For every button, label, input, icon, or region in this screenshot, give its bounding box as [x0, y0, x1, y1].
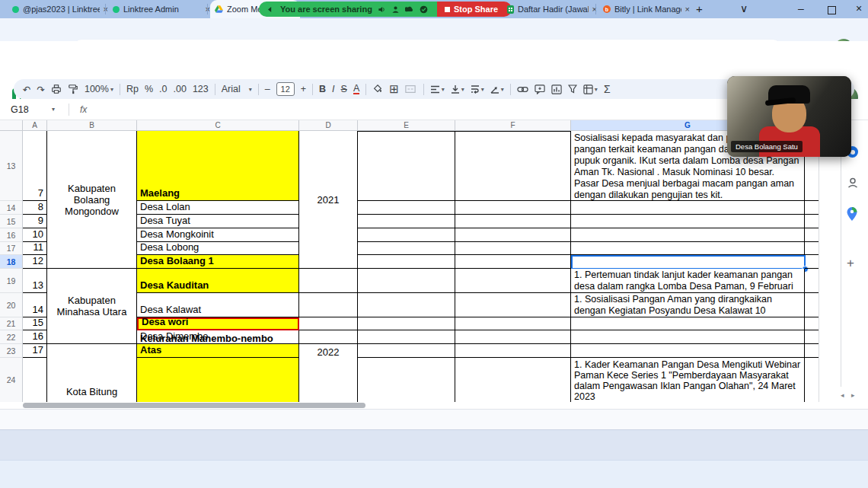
format-currency-button[interactable]: Rp	[126, 84, 139, 94]
cell-A13[interactable]: 7	[23, 131, 47, 201]
cell-A23[interactable]: 17	[23, 344, 47, 358]
cell-A17[interactable]: 11	[23, 242, 47, 255]
col-header-A[interactable]: A	[23, 120, 47, 131]
cell-B13-18-merged[interactable]: Kabupaten Bolaang Mongondow	[47, 131, 137, 269]
cell-B19-22-merged[interactable]: Kabupaten Minahasa Utara	[47, 269, 137, 344]
bold-button[interactable]: B	[319, 84, 326, 94]
cell-C21-red-outline[interactable]: Desa wori	[137, 317, 299, 330]
print-icon[interactable]	[51, 84, 62, 94]
col-header-F[interactable]: F	[455, 120, 571, 131]
window-close-button[interactable]: ×	[856, 2, 862, 14]
select-all-corner[interactable]	[0, 120, 23, 131]
zoom-select[interactable]: 100%▾	[85, 84, 113, 94]
tab-close-icon[interactable]: ×	[685, 5, 690, 14]
zoom-webcam-overlay[interactable]: Desa Bolaang Satu	[727, 76, 851, 157]
browser-tab-2[interactable]: Linktree Admin ×	[108, 0, 215, 18]
borders-icon[interactable]: ⊞	[389, 82, 399, 96]
cell-A21[interactable]: 15	[23, 317, 47, 330]
text-rotation-icon[interactable]: ▾	[490, 85, 504, 94]
cell-D23-24-merged[interactable]: 2022	[299, 344, 358, 402]
browser-tab-1[interactable]: @pjas2023 | Linktree ×	[8, 0, 113, 18]
cell-G17[interactable]	[571, 242, 805, 255]
create-filter-icon[interactable]	[568, 85, 577, 94]
speaker-icon[interactable]	[378, 5, 386, 14]
browser-tab-5[interactable]: b Bitly | Link Managem ×	[598, 0, 694, 18]
pause-share-icon[interactable]	[266, 5, 275, 14]
cloud-icon[interactable]	[405, 5, 414, 13]
person-icon[interactable]	[391, 5, 400, 14]
row-header-23[interactable]: 23	[0, 344, 23, 358]
col-header-C[interactable]: C	[137, 120, 299, 131]
cell-C18[interactable]: Desa Bolaang 1	[137, 255, 299, 269]
browser-tab-4[interactable]: Daftar Hadir (Jawaba ×	[503, 0, 602, 18]
cell-A22[interactable]: 16	[23, 330, 47, 344]
pivot-table-icon[interactable]: ▾	[583, 85, 598, 94]
cell-G20[interactable]: 1. Sosialisasi Pangan Aman yang dirangka…	[571, 293, 805, 317]
col-header-E[interactable]: E	[358, 120, 455, 131]
row-header-16[interactable]: 16	[0, 228, 23, 242]
cell-G24[interactable]: 1. Kader Keamanan Pangan Desa Mengikuti …	[571, 358, 805, 402]
vertical-align-icon[interactable]: ▾	[451, 85, 464, 94]
cell-G16[interactable]	[571, 228, 805, 242]
row-header-24[interactable]: 24	[0, 358, 23, 402]
name-box-caret-icon[interactable]: ▾	[52, 106, 55, 113]
horizontal-scrollbar[interactable]	[23, 403, 365, 408]
fill-color-icon[interactable]	[372, 84, 383, 94]
window-minimize-button[interactable]: –	[798, 2, 804, 14]
row-header-18-selected[interactable]: 18	[0, 255, 23, 269]
row-header-15[interactable]: 15	[0, 215, 23, 228]
format-percent-button[interactable]: %	[145, 84, 153, 94]
tab-search-chevron-icon[interactable]: ∨	[740, 2, 748, 14]
scroll-left-icon[interactable]: ◂	[841, 391, 844, 399]
cell-A16[interactable]: 10	[23, 228, 47, 242]
paint-format-icon[interactable]	[68, 84, 78, 94]
decrease-decimals-button[interactable]: .0	[159, 84, 167, 94]
cell-C19[interactable]: Desa Kauditan	[137, 269, 299, 293]
cell-C13[interactable]: Maelang	[137, 131, 299, 201]
row-header-13[interactable]: 13	[0, 131, 23, 201]
shield-check-icon[interactable]	[420, 5, 428, 14]
cell-D22[interactable]	[299, 330, 358, 344]
cell-C23[interactable]: Kelurahan Manembo-nembo Atas	[137, 344, 299, 358]
functions-sigma-icon[interactable]: Σ	[604, 83, 611, 95]
undo-button[interactable]: ↶	[23, 84, 30, 95]
horizontal-align-icon[interactable]: ▾	[430, 85, 445, 94]
cell-A24[interactable]	[23, 358, 47, 402]
cell-C20[interactable]: Desa Kalawat	[137, 293, 299, 317]
decrease-font-size-button[interactable]: –	[265, 84, 270, 94]
redo-button[interactable]: ↷	[37, 84, 44, 95]
font-size-input[interactable]: 12	[276, 82, 295, 96]
cell-G18-selected[interactable]	[571, 255, 806, 270]
cell-C16[interactable]: Desa Mongkoinit	[137, 228, 299, 242]
cell-C24[interactable]	[137, 358, 299, 402]
cell-C15[interactable]: Desa Tuyat	[137, 215, 299, 228]
scroll-right-icon[interactable]: ▸	[851, 391, 855, 399]
row-header-19[interactable]: 19	[0, 269, 23, 293]
cell-G23[interactable]	[571, 344, 805, 358]
text-wrap-icon[interactable]: ▾	[471, 85, 484, 94]
cell-G22[interactable]	[571, 330, 805, 344]
row-header-22[interactable]: 22	[0, 330, 23, 344]
row-header-20[interactable]: 20	[0, 293, 23, 317]
cell-A18[interactable]: 12	[23, 255, 47, 269]
new-tab-button[interactable]: +	[696, 2, 703, 15]
cell-D20[interactable]	[299, 293, 358, 317]
cell-G19[interactable]: 1. Pertemuan tindak lanjut kader keamana…	[571, 269, 805, 293]
tab-close-icon[interactable]: ×	[592, 5, 597, 14]
row-header-17[interactable]: 17	[0, 242, 23, 255]
row-header-14[interactable]: 14	[0, 201, 23, 215]
col-header-B[interactable]: B	[47, 120, 137, 131]
cell-D13-18-merged[interactable]: 2021	[299, 131, 358, 269]
insert-comment-icon[interactable]	[535, 85, 545, 94]
cell-G15[interactable]	[571, 215, 805, 228]
window-maximize-button[interactable]	[828, 6, 836, 14]
font-select[interactable]: Arial ▾	[222, 84, 252, 94]
cell-D21[interactable]	[299, 317, 358, 330]
increase-font-size-button[interactable]: +	[301, 84, 306, 94]
cell-C17[interactable]: Desa Lobong	[137, 242, 299, 255]
cell-D19[interactable]	[299, 269, 358, 293]
cell-A20[interactable]: 14	[23, 293, 47, 317]
cell-B23-24-merged[interactable]: Kota Bitung	[47, 344, 137, 402]
italic-button[interactable]: I	[332, 84, 334, 94]
name-box[interactable]: G18	[0, 104, 50, 115]
